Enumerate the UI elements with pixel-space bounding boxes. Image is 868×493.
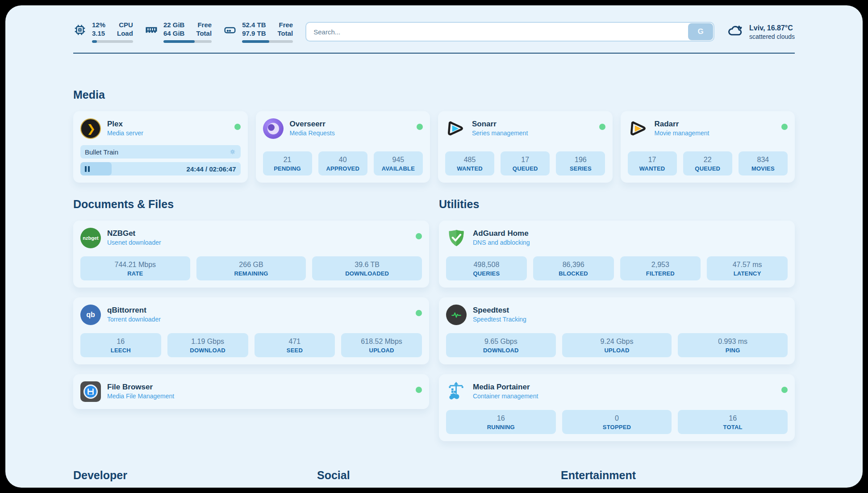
card-portainer[interactable]: Media Portainer Container management 16 … xyxy=(439,374,795,441)
playback-progress-bar: 24:44 / 02:06:47 xyxy=(80,162,241,175)
stat-value: 9.65 Gbps xyxy=(484,337,517,346)
hardware-stats: 12% 3.15 CPU Load xyxy=(73,21,293,43)
weather-widget: Lviv, 16.87°C scattered clouds xyxy=(727,22,795,41)
section-documents: Documents & Files nzbget NZBGet Usenet d… xyxy=(73,198,429,409)
card-radarr[interactable]: Radarr Movie management 17 WANTED 22 QUE… xyxy=(621,111,795,183)
disk-total-value: 97.9 TB xyxy=(242,29,266,38)
search-bar: G xyxy=(305,22,714,42)
stat-value: 17 xyxy=(648,155,656,164)
pause-icon[interactable] xyxy=(85,166,90,172)
card-subtitle: Media File Management xyxy=(107,392,409,401)
section-title-social: Social xyxy=(317,469,551,482)
disk-free-label: Free xyxy=(279,21,293,29)
card-subtitle: Series management xyxy=(472,129,593,138)
ram-stat-group: 22 GiB 64 GiB Free Total xyxy=(145,21,212,43)
stat-value: 16 xyxy=(117,337,125,346)
stat-queued: 22 QUEUED xyxy=(683,151,732,175)
stat-remaining: 266 GB REMAINING xyxy=(196,256,306,280)
stat-value: 40 xyxy=(339,155,347,164)
gear-icon[interactable] xyxy=(229,148,236,155)
stat-value: 16 xyxy=(497,414,505,423)
search-input[interactable] xyxy=(305,22,714,42)
filebrowser-icon xyxy=(80,381,101,402)
stat-available: 945 AVAILABLE xyxy=(374,151,423,175)
card-qbittorrent[interactable]: qb qBittorrent Torrent downloader 16 LEE… xyxy=(73,297,429,364)
stat-label: QUERIES xyxy=(473,270,500,277)
cpu-load-value: 3.15 xyxy=(92,29,105,38)
ram-progress-bar xyxy=(163,40,212,43)
stat-label: MOVIES xyxy=(751,165,775,172)
stat-wanted: 17 WANTED xyxy=(628,151,677,175)
stat-value: 0 xyxy=(615,414,619,423)
stat-wanted: 485 WANTED xyxy=(445,151,494,175)
card-title: NZBGet xyxy=(107,229,409,238)
card-title: Overseerr xyxy=(290,119,411,129)
stat-download: 9.65 Gbps DOWNLOAD xyxy=(446,333,556,357)
card-overseerr[interactable]: Overseerr Media Requests 21 PENDING 40 A… xyxy=(256,111,430,183)
card-plex[interactable]: ❯ Plex Media server Bullet Train xyxy=(73,111,248,183)
stat-label: UPLOAD xyxy=(604,347,629,354)
stat-value: 945 xyxy=(392,155,405,164)
card-subtitle: Speedtest Tracking xyxy=(473,315,788,324)
stat-value: 618.52 Mbps xyxy=(361,337,402,346)
stat-value: 744.21 Mbps xyxy=(115,260,156,269)
card-nzbget[interactable]: nzbget NZBGet Usenet downloader 744.21 M… xyxy=(73,221,429,288)
search-engine-button[interactable]: G xyxy=(688,23,713,40)
stat-label: TOTAL xyxy=(723,424,743,430)
stat-download: 1.19 Gbps DOWNLOAD xyxy=(167,333,248,357)
card-title: Speedtest xyxy=(473,305,788,315)
card-title: qBittorrent xyxy=(107,305,409,315)
stat-value: 0.993 ms xyxy=(718,337,747,346)
disk-progress-bar xyxy=(242,40,293,43)
stat-label: SEED xyxy=(287,347,303,354)
section-entertainment: Entertainment YT YouTube youtube.com NF … xyxy=(561,469,795,488)
card-adguard[interactable]: AdGuard Home DNS and adblocking 498,508 … xyxy=(439,221,795,288)
section-title-entertainment: Entertainment xyxy=(561,469,795,482)
speedtest-icon xyxy=(446,305,467,325)
section-title-media: Media xyxy=(73,88,795,101)
stat-label: UPLOAD xyxy=(369,347,394,354)
card-subtitle: Torrent downloader xyxy=(107,315,409,324)
card-title: Media Portainer xyxy=(473,382,775,392)
stat-value: 22 xyxy=(704,155,712,164)
plex-icon: ❯ xyxy=(80,118,101,139)
stat-total: 16 TOTAL xyxy=(678,410,788,434)
disk-stat-group: 52.4 TB 97.9 TB Free Total xyxy=(223,21,293,43)
stat-label: SERIES xyxy=(570,165,592,172)
stat-label: DOWNLOAD xyxy=(483,347,519,354)
stat-pending: 21 PENDING xyxy=(263,151,312,175)
card-title: Plex xyxy=(107,119,228,129)
disk-icon xyxy=(223,21,237,38)
status-dot-online xyxy=(416,387,422,393)
stat-label: REMAINING xyxy=(234,270,268,277)
stat-label: DOWNLOAD xyxy=(190,347,225,354)
section-utilities: Utilities AdGuard Home DNS and adblockin… xyxy=(439,198,795,441)
card-filebrowser[interactable]: File Browser Media File Management xyxy=(73,374,429,409)
header-divider xyxy=(73,53,795,54)
stat-seed: 471 SEED xyxy=(255,333,335,357)
stat-label: FILTERED xyxy=(646,270,675,277)
stat-label: PENDING xyxy=(274,165,301,172)
stat-label: WANTED xyxy=(639,165,665,172)
card-sonarr[interactable]: Sonarr Series management 485 WANTED 17 Q… xyxy=(438,111,613,183)
card-title: File Browser xyxy=(107,382,409,392)
cpu-usage-value: 12% xyxy=(92,21,105,29)
card-subtitle: Media Requests xyxy=(290,129,411,138)
qbittorrent-icon: qb xyxy=(80,305,101,325)
card-subtitle: Usenet downloader xyxy=(107,238,409,247)
stat-value: 39.6 TB xyxy=(355,260,380,269)
sonarr-icon xyxy=(445,118,466,139)
disk-free-value: 52.4 TB xyxy=(242,21,266,29)
card-speedtest[interactable]: Speedtest Speedtest Tracking 9.65 Gbps D… xyxy=(439,297,795,364)
card-title: Sonarr xyxy=(472,119,593,129)
stat-value: 485 xyxy=(464,155,476,164)
stat-label: LATENCY xyxy=(734,270,761,277)
stat-label: RUNNING xyxy=(487,424,515,430)
stat-approved: 40 APPROVED xyxy=(318,151,367,175)
ram-total-label: Total xyxy=(196,29,212,38)
cloud-icon xyxy=(727,22,744,41)
dashboard-window: 12% 3.15 CPU Load xyxy=(5,5,863,488)
stat-blocked: 86,396 BLOCKED xyxy=(533,256,614,280)
stat-value: 9.24 Gbps xyxy=(601,337,634,346)
cpu-load-label: Load xyxy=(117,29,133,38)
